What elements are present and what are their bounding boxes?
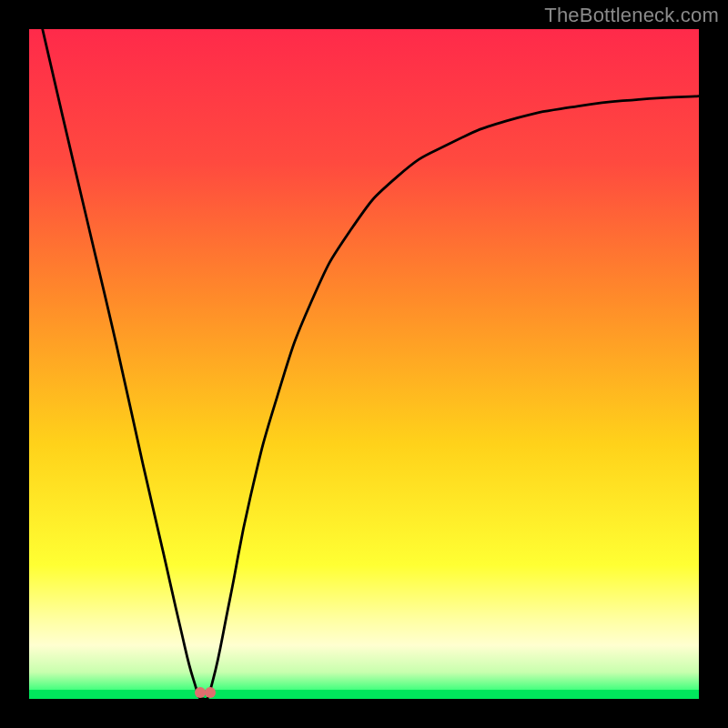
watermark-text: TheBottleneck.com xyxy=(544,4,719,27)
curve-layer xyxy=(29,29,699,699)
optimum-marker xyxy=(195,687,206,698)
chart-frame: TheBottleneck.com xyxy=(0,0,728,728)
plot-area xyxy=(29,29,699,699)
data-curve xyxy=(43,29,699,699)
optimum-marker xyxy=(205,687,216,698)
